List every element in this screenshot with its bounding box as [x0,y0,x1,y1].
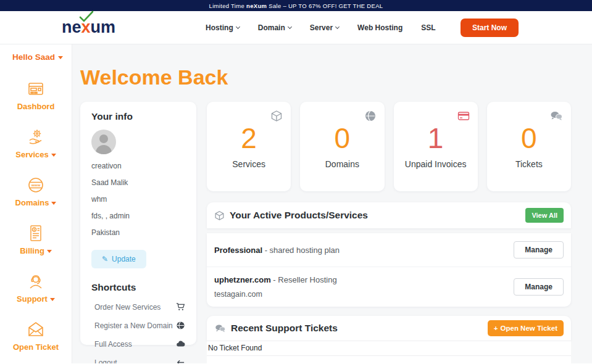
cart-icon [176,302,185,312]
manage-button[interactable]: Manage [514,241,564,259]
info-line: whm [91,194,185,205]
recent-tickets-panel: Recent Support Tickets + Open New Ticket… [207,316,571,363]
chevron-down-icon [335,24,340,28]
chevron-down-icon [51,202,56,205]
domains-icon: www [26,175,46,195]
product-name: Professional [214,246,262,255]
sidebar: Hello Saad Dashbord [0,44,72,363]
sidebar-item-open-ticket[interactable]: Open Ticket [13,320,59,352]
stat-value: 0 [521,124,537,152]
svg-text:www: www [31,183,41,187]
tickets-body [207,356,571,363]
pencil-icon: ✎ [102,255,108,263]
chevron-down-icon [288,24,292,28]
active-products-list: Professional - shared hosting plan Manag… [207,233,571,307]
nexum-logo[interactable]: ne x um [62,18,115,37]
cube-icon [214,210,225,221]
sidebar-item-billing[interactable]: Billing [20,223,52,255]
page-title: Welcome Back [80,65,592,89]
recent-tickets-header: Recent Support Tickets + Open New Ticket [207,316,571,341]
your-info-card: Your info creativon Saad Malik whm fds, … [80,102,196,345]
product-name: uphetzner.com [214,275,271,284]
banner-suffix: Sale – UP TO 67% OFF! GET THE DEAL [269,2,383,9]
stat-value: 0 [335,124,351,152]
main-nav: Hosting Domain Server Web Hosting SSL [206,23,436,32]
avatar [91,130,116,154]
sidebar-item-services[interactable]: Services [15,127,56,159]
support-icon [26,271,46,291]
stat-label: Tickets [515,159,543,169]
cube-icon [270,110,283,122]
product-row-uphetzner: uphetzner.com - Reseller Hosting testaga… [207,267,571,307]
separator: - [271,275,278,284]
chat-icon [549,110,563,122]
credit-card-icon [457,110,470,122]
chevron-down-icon [50,298,55,301]
open-new-ticket-button[interactable]: + Open New Ticket [488,320,564,336]
no-ticket-message: No Ticket Found [207,341,571,356]
chevron-down-icon [51,154,56,157]
greeting-menu[interactable]: Hello Saad [0,44,72,62]
logo-check-icon [79,10,94,24]
logo-part3: um [91,18,116,37]
logo-part2: x [81,18,91,37]
shortcut-register-domain[interactable]: Register a New Domain [91,321,185,330]
shortcut-order-new-services[interactable]: Order New Services [91,302,185,312]
sale-banner: Limited Time neXum Sale – UP TO 67% OFF!… [0,0,592,11]
nav-server[interactable]: Server [310,23,339,32]
active-products-title: Your Active Products/Services [230,210,368,221]
info-address: fds, , admin [91,210,185,222]
billing-icon [26,223,46,243]
your-info-title: Your info [91,111,185,122]
manage-button[interactable]: Manage [514,278,564,296]
nav-hosting[interactable]: Hosting [206,23,240,32]
plus-icon: + [494,325,498,332]
stat-value: 2 [241,124,257,152]
banner-brand: neXum [246,2,267,9]
globe-icon [364,110,377,122]
stat-value: 1 [428,124,444,152]
product-desc: shared hosting plan [270,246,340,255]
cloud-icon [176,339,185,349]
sidebar-item-dashboard[interactable]: Dashbord [17,79,55,111]
stat-label: Unpaid Invoices [405,159,467,169]
info-company: creativon [91,160,185,172]
update-button[interactable]: ✎ Update [91,250,146,268]
info-country: Pakistan [91,227,185,239]
product-desc: Reseller Hosting [278,275,336,284]
banner-prefix: Limited Time [209,2,244,9]
view-all-button[interactable]: View All [525,208,564,223]
stat-domains[interactable]: 0 Domains [300,102,384,191]
services-icon [26,127,46,147]
nav-ssl[interactable]: SSL [421,23,435,32]
nav-domain[interactable]: Domain [258,23,291,32]
active-products-panel: Your Active Products/Services View All P… [207,202,571,307]
info-name: Saad Malik [91,177,185,189]
stat-services[interactable]: 2 Services [207,102,291,191]
shortcut-full-access[interactable]: Full Access [91,339,185,349]
stat-tickets[interactable]: 0 Tickets [487,102,571,191]
stats-row: 2 Services 0 Domains [207,102,571,191]
main-content: Welcome Back Your info creativon Saad Ma… [72,44,592,363]
site-header: ne x um Hosting Domain Server Web Hostin… [0,11,592,44]
chat-icon [214,323,226,334]
globe-icon [176,321,185,330]
active-products-header: Your Active Products/Services View All [207,202,571,228]
recent-tickets-title: Recent Support Tickets [231,323,338,334]
chevron-down-icon [47,250,52,253]
dashboard-icon [26,79,46,99]
chevron-down-icon [236,24,240,28]
shortcut-logout[interactable]: Logout [91,358,185,363]
open-ticket-icon [26,320,46,339]
nav-web-hosting[interactable]: Web Hosting [357,23,402,32]
stat-label: Services [232,159,265,169]
sidebar-item-domains[interactable]: www Domains [15,175,57,207]
separator: - [262,246,270,255]
arrow-left-icon [176,358,185,363]
product-domain: testagain.com [214,290,337,299]
stat-label: Domains [325,159,359,169]
stat-unpaid-invoices[interactable]: 1 Unpaid Invoices [394,102,478,191]
product-row-professional: Professional - shared hosting plan Manag… [207,233,571,267]
sidebar-item-support[interactable]: Support [17,271,55,304]
start-now-button[interactable]: Start Now [461,19,519,37]
